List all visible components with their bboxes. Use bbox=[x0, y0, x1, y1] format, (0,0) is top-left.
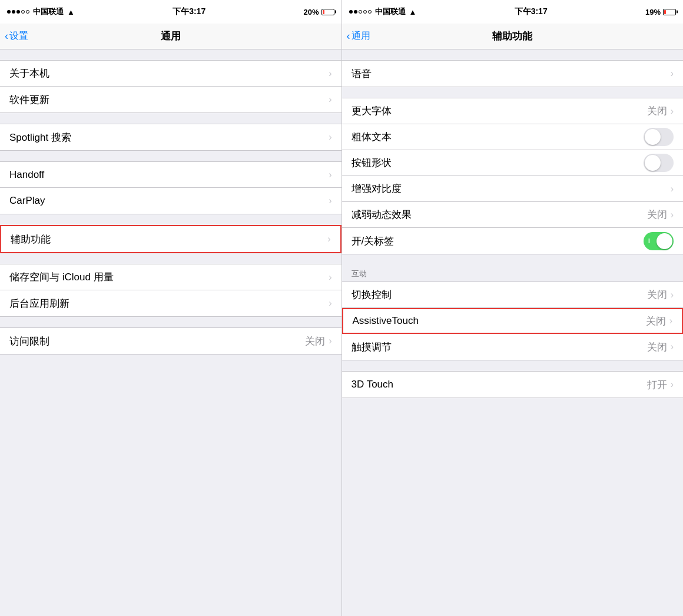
chevron-icon: › bbox=[329, 68, 331, 79]
reduce-motion-label: 减弱动态效果 bbox=[352, 208, 412, 221]
chevron-icon: › bbox=[671, 106, 674, 117]
chevron-icon: › bbox=[671, 342, 674, 352]
item-switch-control[interactable]: 切换控制 关闭 › bbox=[342, 282, 684, 308]
section-interaction: 切换控制 关闭 › AssistiveTouch 关闭 › 触摸调节 关闭 › bbox=[342, 281, 684, 360]
switch-control-label: 切换控制 bbox=[352, 288, 392, 302]
item-3d-touch[interactable]: 3D Touch 打开 › bbox=[342, 372, 684, 398]
bg-refresh-label: 后台应用刷新 bbox=[9, 297, 69, 310]
left-status-right: 20% bbox=[303, 8, 334, 16]
battery-pct-label: 20% bbox=[303, 8, 319, 16]
left-back-button[interactable]: ‹ 设置 bbox=[5, 30, 28, 42]
wifi-icon: ▲ bbox=[409, 8, 417, 16]
chevron-icon: › bbox=[329, 336, 331, 346]
carplay-label: CarPlay bbox=[9, 195, 45, 207]
right-nav-title: 辅助功能 bbox=[492, 29, 532, 43]
item-voice[interactable]: 语音 › bbox=[342, 61, 684, 87]
item-touch-accommodations[interactable]: 触摸调节 关闭 › bbox=[342, 334, 684, 360]
back-chevron-icon: ‹ bbox=[5, 30, 8, 42]
spotlight-label: Spotlight 搜索 bbox=[9, 131, 71, 144]
right-nav-bar: ‹ 通用 辅助功能 bbox=[342, 24, 684, 49]
gap-r5 bbox=[342, 398, 684, 409]
gap7 bbox=[0, 355, 342, 365]
chevron-icon: › bbox=[671, 184, 674, 194]
restrictions-label: 访问限制 bbox=[9, 335, 49, 348]
larger-text-label: 更大字体 bbox=[352, 104, 392, 118]
back-label: 设置 bbox=[9, 30, 28, 42]
gap-r1 bbox=[342, 49, 684, 60]
back-label: 通用 bbox=[352, 30, 370, 42]
bold-text-toggle[interactable] bbox=[644, 128, 674, 146]
battery-pct-label: 19% bbox=[645, 8, 661, 16]
toggle-knob bbox=[657, 233, 672, 249]
3d-touch-label: 3D Touch bbox=[352, 379, 394, 390]
carrier-label: 中国联通 bbox=[33, 6, 64, 17]
accessibility-label: 辅助功能 bbox=[11, 233, 51, 246]
item-spotlight[interactable]: Spotlight 搜索 › bbox=[0, 124, 342, 150]
chevron-icon: › bbox=[329, 170, 331, 180]
increase-contrast-label: 增强对比度 bbox=[352, 182, 402, 196]
toggle-knob bbox=[645, 155, 661, 171]
item-assistive-touch[interactable]: AssistiveTouch 关闭 › bbox=[342, 308, 684, 334]
item-button-shapes[interactable]: 按钮形状 bbox=[342, 150, 684, 176]
reduce-motion-value: 关闭 bbox=[647, 208, 667, 221]
toggle-knob bbox=[645, 129, 661, 145]
software-update-label: 软件更新 bbox=[9, 93, 49, 107]
item-increase-contrast[interactable]: 增强对比度 › bbox=[342, 176, 684, 202]
right-status-left: 中国联通 ▲ bbox=[349, 6, 417, 17]
section-spotlight: Spotlight 搜索 › bbox=[0, 124, 342, 151]
left-settings-content: 关于本机 › 软件更新 › Spotlight 搜索 › Handoff › bbox=[0, 49, 342, 616]
item-background-refresh[interactable]: 后台应用刷新 › bbox=[0, 290, 342, 316]
left-panel: 中国联通 ▲ 下午3:17 20% ‹ 设置 通用 关于本机 › 软件更新 bbox=[0, 0, 342, 616]
chevron-icon: › bbox=[327, 234, 330, 244]
toggle-on-label: I bbox=[648, 238, 650, 244]
item-software-update[interactable]: 软件更新 › bbox=[0, 87, 342, 112]
restrictions-value: 关闭 bbox=[305, 335, 325, 348]
item-about[interactable]: 关于本机 › bbox=[0, 61, 342, 87]
chevron-icon: › bbox=[671, 290, 674, 300]
chevron-icon: › bbox=[329, 132, 331, 143]
chevron-icon: › bbox=[329, 196, 331, 206]
assistive-touch-value: 关闭 bbox=[646, 314, 666, 328]
item-carplay[interactable]: CarPlay › bbox=[0, 188, 342, 214]
3d-touch-value: 打开 bbox=[647, 378, 667, 392]
chevron-icon: › bbox=[329, 298, 331, 309]
left-status-left: 中国联通 ▲ bbox=[7, 6, 75, 17]
section-3dtouch: 3D Touch 打开 › bbox=[342, 371, 684, 398]
right-panel: 中国联通 ▲ 下午3:17 19% ‹ 通用 辅助功能 语音 › bbox=[342, 0, 684, 616]
signal-icon bbox=[7, 10, 29, 14]
item-larger-text[interactable]: 更大字体 关闭 › bbox=[342, 98, 684, 124]
chevron-icon: › bbox=[669, 316, 672, 326]
right-back-button[interactable]: ‹ 通用 bbox=[347, 30, 370, 42]
gap5 bbox=[0, 253, 342, 264]
gap3 bbox=[0, 151, 342, 161]
gap6 bbox=[0, 317, 342, 327]
touch-accommodations-label: 触摸调节 bbox=[352, 340, 392, 354]
item-handoff[interactable]: Handoff › bbox=[0, 162, 342, 188]
voice-label: 语音 bbox=[352, 67, 372, 81]
assistive-touch-label: AssistiveTouch bbox=[353, 315, 419, 327]
storage-label: 储存空间与 iCloud 用量 bbox=[9, 270, 114, 284]
touch-accommodations-value: 关闭 bbox=[647, 340, 667, 354]
left-nav-title: 通用 bbox=[161, 29, 181, 43]
section-handoff: Handoff › CarPlay › bbox=[0, 161, 342, 214]
bold-text-label: 粗体文本 bbox=[352, 130, 392, 144]
handoff-label: Handoff bbox=[9, 169, 44, 181]
item-accessibility[interactable]: 辅助功能 › bbox=[1, 226, 340, 252]
item-bold-text[interactable]: 粗体文本 bbox=[342, 124, 684, 150]
on-off-labels-toggle[interactable]: I bbox=[644, 232, 674, 250]
signal-icon bbox=[349, 10, 372, 14]
item-restrictions[interactable]: 访问限制 关闭 › bbox=[0, 328, 342, 354]
carrier-label: 中国联通 bbox=[375, 6, 406, 17]
switch-control-value: 关闭 bbox=[647, 288, 667, 302]
on-off-labels-label: 开/关标签 bbox=[352, 234, 394, 248]
right-status-right: 19% bbox=[645, 8, 676, 16]
item-storage[interactable]: 储存空间与 iCloud 用量 › bbox=[0, 264, 342, 290]
chevron-icon: › bbox=[329, 272, 331, 283]
wifi-icon: ▲ bbox=[67, 8, 75, 16]
item-on-off-labels[interactable]: 开/关标签 I bbox=[342, 228, 684, 254]
chevron-icon: › bbox=[671, 210, 674, 220]
section-about: 关于本机 › 软件更新 › bbox=[0, 60, 342, 113]
section-restrictions: 访问限制 关闭 › bbox=[0, 327, 342, 355]
item-reduce-motion[interactable]: 减弱动态效果 关闭 › bbox=[342, 202, 684, 228]
button-shapes-toggle[interactable] bbox=[644, 154, 674, 172]
